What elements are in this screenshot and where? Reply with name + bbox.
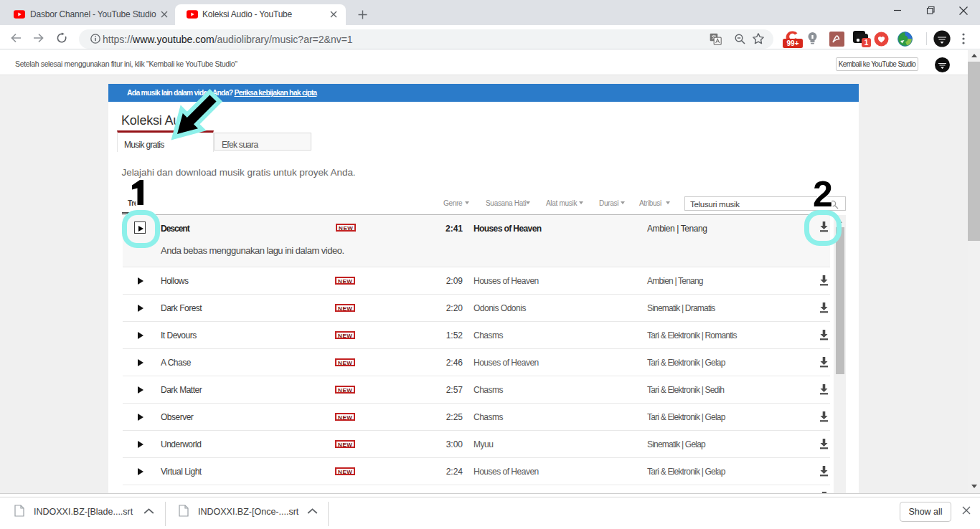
svg-text:1: 1 <box>864 39 869 47</box>
svg-text:99+: 99+ <box>787 39 799 47</box>
